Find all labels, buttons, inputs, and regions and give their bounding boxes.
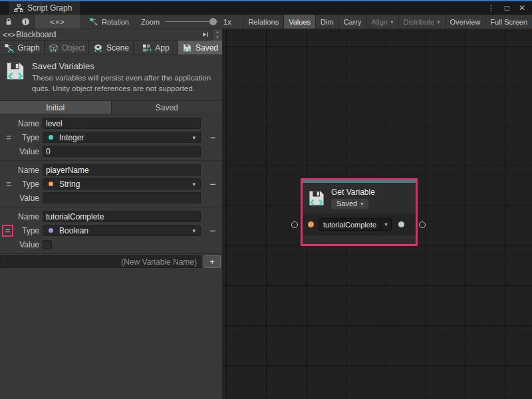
drag-handle[interactable]: = xyxy=(5,225,11,235)
drag-handle[interactable]: = xyxy=(6,133,11,142)
chevron-down-icon: ▾ xyxy=(192,134,196,141)
variable-row-tutorialComplete: Name = Type Boolean ▾ − Value xyxy=(0,207,222,254)
rotation-icon xyxy=(89,17,98,26)
blackboard-toggle-button[interactable]: <×> xyxy=(35,15,81,29)
subtab-saved[interactable]: Saved xyxy=(112,101,223,114)
variable-name-input[interactable] xyxy=(43,118,201,129)
scroll-down-icon[interactable]: ▼ xyxy=(213,35,222,41)
value-mode-tabs: Initial Saved xyxy=(0,100,222,114)
window-maximize-icon[interactable]: □ xyxy=(505,3,509,13)
variable-type-dropdown[interactable]: Integer ▾ xyxy=(43,132,201,143)
variable-name-input[interactable] xyxy=(43,164,201,176)
new-variable-row: + xyxy=(0,254,222,269)
value-output-port[interactable] xyxy=(398,221,404,227)
saved-variable-node-icon xyxy=(308,190,325,207)
variable-scope-tabs: Graph Object Scene App Saved xyxy=(0,41,222,55)
object-variables-icon xyxy=(49,43,59,53)
graph-toolbar: <×> Rotation Zoom 1x Relations Values Di… xyxy=(0,15,532,29)
tab-scene[interactable]: Scene xyxy=(89,41,134,55)
blackboard-empty-area xyxy=(0,269,222,399)
boolean-type-icon xyxy=(49,228,53,233)
zoom-slider-handle[interactable] xyxy=(209,18,217,25)
tab-saved[interactable]: Saved xyxy=(178,41,222,55)
blackboard-title: Blackboard xyxy=(16,30,56,39)
tab-title: Script Graph xyxy=(27,3,72,13)
string-type-icon xyxy=(49,182,53,186)
remove-variable-button[interactable]: − xyxy=(210,225,216,235)
boolean-value-checkbox[interactable] xyxy=(43,240,52,249)
subtab-initial[interactable]: Initial xyxy=(0,101,112,114)
chevron-down-icon: ▾ xyxy=(390,19,394,25)
chevron-down-icon: ▾ xyxy=(192,181,196,188)
align-button[interactable]: Align ▾ xyxy=(366,15,398,29)
remove-variable-button[interactable]: − xyxy=(210,179,216,189)
saved-variables-large-icon xyxy=(5,61,25,94)
saved-variables-icon xyxy=(182,43,192,53)
node-header: Get Variable Saved ▾ xyxy=(303,183,416,213)
name-input-port[interactable] xyxy=(308,221,314,227)
distribute-button[interactable]: Distribute ▾ xyxy=(398,15,445,29)
saved-variables-description: These variables will persist even after … xyxy=(32,73,215,94)
tab-app[interactable]: App xyxy=(134,41,178,55)
input-connection-port[interactable] xyxy=(291,221,298,228)
variable-value-input[interactable] xyxy=(43,146,201,157)
script-graph-icon xyxy=(14,4,23,13)
variable-kind-dropdown[interactable]: Saved ▾ xyxy=(331,199,368,209)
output-connection-port[interactable] xyxy=(419,221,426,228)
add-variable-button[interactable]: + xyxy=(203,255,221,268)
variables-icon: <×> xyxy=(3,31,15,39)
window-titlebar: Script Graph ⋮ □ ✕ xyxy=(0,0,532,15)
fullscreen-button[interactable]: Full Screen xyxy=(485,15,532,29)
lock-icon xyxy=(5,17,13,26)
blackboard-panel: <×> Blackboard ▲ ▼ Graph Object Scene xyxy=(0,29,223,399)
window-menu-icon[interactable]: ⋮ xyxy=(487,3,495,13)
panel-scrollbar[interactable]: ▲ ▼ xyxy=(212,29,222,41)
variable-row-level: Name = Type Integer ▾ − Value xyxy=(0,114,222,161)
dim-button[interactable]: Dim xyxy=(315,15,338,29)
info-icon xyxy=(21,17,30,26)
chevron-down-icon: ▾ xyxy=(360,201,363,207)
carry-button[interactable]: Carry xyxy=(338,15,366,29)
drag-handle[interactable]: = xyxy=(6,180,11,188)
zoom-label: Zoom xyxy=(141,18,160,26)
variable-value-input[interactable] xyxy=(43,192,201,203)
saved-variables-info: Saved Variables These variables will per… xyxy=(0,55,222,100)
values-button[interactable]: Values xyxy=(283,15,315,29)
zoom-slider[interactable] xyxy=(165,21,218,22)
zoom-value: 1x xyxy=(223,18,231,26)
variable-row-playerName: Name = Type String ▾ − Value xyxy=(0,161,222,207)
variable-type-dropdown[interactable]: Boolean ▾ xyxy=(43,225,201,236)
app-variables-icon xyxy=(142,43,152,53)
inspect-button[interactable] xyxy=(17,15,35,29)
new-variable-name-input[interactable] xyxy=(0,255,201,268)
node-footer xyxy=(303,235,416,244)
variable-name-input[interactable] xyxy=(43,211,201,222)
integer-type-icon xyxy=(49,135,53,140)
variable-type-dropdown[interactable]: String ▾ xyxy=(43,178,201,190)
tab-script-graph[interactable]: Script Graph xyxy=(9,1,80,15)
blackboard-header: <×> Blackboard ▲ ▼ xyxy=(0,29,222,41)
saved-variables-title: Saved Variables xyxy=(32,61,215,71)
tab-graph[interactable]: Graph xyxy=(0,41,45,55)
node-title: Get Variable xyxy=(331,188,375,197)
rotation-label: Rotation xyxy=(102,18,129,26)
scroll-up-icon[interactable]: ▲ xyxy=(213,29,222,35)
window-close-icon[interactable]: ✕ xyxy=(519,3,525,13)
annotation-highlight-box: = xyxy=(2,225,14,237)
tab-object[interactable]: Object xyxy=(45,41,89,55)
chevron-down-icon: ▾ xyxy=(437,19,440,25)
relations-button[interactable]: Relations xyxy=(243,15,283,29)
scene-variables-icon xyxy=(93,43,103,53)
lock-button[interactable] xyxy=(0,15,17,29)
remove-variable-button[interactable]: − xyxy=(210,132,216,142)
graph-canvas[interactable]: Get Variable Saved ▾ tutorialComplete ▾ xyxy=(223,29,532,399)
chevron-down-icon: ▾ xyxy=(380,218,392,231)
get-variable-node[interactable]: Get Variable Saved ▾ tutorialComplete ▾ xyxy=(303,180,416,244)
dock-right-button[interactable] xyxy=(199,30,212,40)
overview-button[interactable]: Overview xyxy=(445,15,485,29)
graph-variables-icon xyxy=(4,43,14,53)
node-body: tutorialComplete ▾ xyxy=(303,213,416,235)
chevron-down-icon: ▾ xyxy=(192,227,196,234)
variable-name-dropdown[interactable]: tutorialComplete ▾ xyxy=(319,218,392,231)
